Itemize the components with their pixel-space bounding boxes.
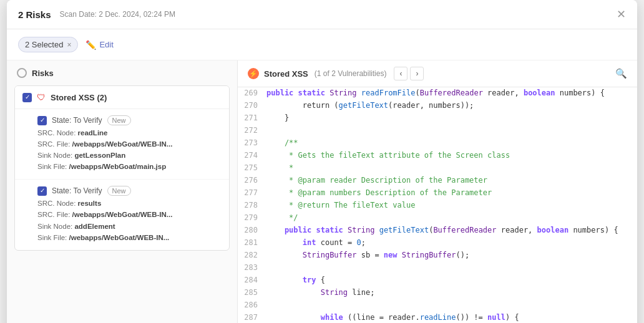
line-code: return (getFileText(reader, numbers));: [266, 100, 474, 112]
code-line: 281 int count = 0;: [238, 237, 637, 249]
line-number: 283: [238, 262, 266, 274]
line-number: 273: [238, 137, 266, 149]
line-code: String line;: [266, 287, 374, 299]
shield-icon: 🛡: [37, 92, 46, 102]
new-badge-2: New: [107, 186, 131, 196]
line-number: 276: [238, 175, 266, 186]
line-code: int count = 0;: [266, 237, 366, 249]
code-line: 285 String line;: [238, 287, 637, 299]
code-view: 269public static String readFromFile(Buf…: [238, 87, 637, 323]
code-line: 284 try {: [238, 274, 637, 287]
modal-title: 2 Risks: [18, 9, 51, 20]
line-number: 286: [238, 299, 266, 311]
code-line: 271 }: [238, 112, 637, 125]
risks-circle-icon: [17, 68, 27, 78]
line-number: 282: [238, 249, 266, 261]
modal: 2 Risks Scan Date: 2 Dec. 2024, 02:24 PM…: [7, 0, 637, 323]
line-number: 270: [238, 100, 266, 112]
remove-selection-icon[interactable]: ×: [67, 41, 71, 49]
code-subtitle: (1 of 2 Vulnerabilities): [315, 69, 387, 78]
new-badge-1: New: [107, 115, 131, 125]
line-number: 285: [238, 287, 266, 299]
risk-detail-sink-node-2: Sink Node: addElement: [37, 221, 220, 231]
risk-item: State: To Verify New SRC. Node: readLine…: [15, 109, 229, 180]
risk-item-header-2: State: To Verify New: [37, 186, 220, 196]
line-code: *: [266, 162, 293, 174]
line-code: }: [266, 112, 289, 124]
panel-header: Risks: [7, 60, 237, 85]
selected-count: 2 Selected: [25, 40, 63, 49]
risk-item-checkbox-2[interactable]: [37, 186, 47, 196]
risk-item-2: State: To Verify New SRC. Node: results …: [15, 180, 229, 249]
risk-detail-sink-file-2: Sink File: /webapps/WebGoat/WEB-IN...: [37, 233, 220, 243]
edit-button[interactable]: ✏️ Edit: [85, 40, 113, 50]
line-number: 277: [238, 187, 266, 199]
line-number: 279: [238, 212, 266, 224]
risk-detail-src-file-1: SRC. File: /webapps/WebGoat/WEB-IN...: [37, 139, 220, 149]
code-line: 286: [238, 299, 637, 312]
nav-next-button[interactable]: ›: [410, 67, 424, 80]
line-number: 275: [238, 162, 266, 174]
risk-detail-src-node-2: SRC. Node: results: [37, 198, 220, 208]
code-line: 282 StringBuffer sb = new StringBuffer()…: [238, 249, 637, 262]
selected-badge[interactable]: 2 Selected ×: [18, 37, 78, 52]
risk-group-checkbox[interactable]: [22, 93, 32, 102]
toolbar: 2 Selected × ✏️ Edit: [7, 29, 637, 60]
left-panel: Risks 🛡 Stored XSS (2) State: To Verify …: [7, 60, 238, 323]
code-title: Stored XSS: [264, 69, 308, 79]
code-line: 274 * Gets the fileText attribute of the…: [238, 150, 637, 162]
line-number: 281: [238, 237, 266, 249]
line-code: * @param numbers Description of the Para…: [266, 187, 492, 199]
modal-header: 2 Risks Scan Date: 2 Dec. 2024, 02:24 PM…: [7, 0, 637, 29]
line-number: 287: [238, 312, 266, 323]
risk-item-state-2: State: To Verify: [52, 186, 102, 195]
code-line: 273 /**: [238, 137, 637, 150]
line-number: 271: [238, 112, 266, 124]
code-nav: ‹ ›: [394, 67, 424, 80]
search-button[interactable]: 🔍: [615, 68, 627, 79]
risk-item-checkbox-1[interactable]: [37, 116, 47, 125]
risk-item-state-1: State: To Verify: [52, 116, 102, 125]
panel-header-title: Risks: [32, 69, 54, 78]
line-number: 278: [238, 200, 266, 211]
line-number: 269: [238, 87, 266, 99]
risk-group-header: 🛡 Stored XSS (2): [15, 86, 229, 109]
line-code: * @param reader Description of the Param…: [266, 175, 487, 186]
code-line: 280 public static String getFileText(Buf…: [238, 224, 637, 237]
main-content: Risks 🛡 Stored XSS (2) State: To Verify …: [7, 60, 637, 323]
edit-label: Edit: [99, 40, 113, 49]
risk-group-stored-xss: 🛡 Stored XSS (2) State: To Verify New SR…: [14, 85, 230, 251]
code-line: 279 */: [238, 212, 637, 224]
nav-prev-button[interactable]: ‹: [394, 67, 407, 80]
line-code: public static String readFromFile(Buffer…: [266, 87, 605, 99]
risk-detail-sink-node-1: Sink Node: getLessonPlan: [37, 150, 220, 160]
code-header: ⚡ Stored XSS (1 of 2 Vulnerabilities) ‹ …: [238, 60, 637, 87]
line-number: 284: [238, 274, 266, 286]
close-button[interactable]: ✕: [617, 9, 626, 20]
scan-date: Scan Date: 2 Dec. 2024, 02:24 PM: [60, 10, 175, 19]
risk-item-header: State: To Verify New: [37, 115, 220, 125]
line-code: while ((line = reader.readLine()) != nul…: [266, 312, 519, 323]
code-line: 272: [238, 125, 637, 137]
line-number: 272: [238, 125, 266, 137]
code-line: 287 while ((line = reader.readLine()) !=…: [238, 312, 637, 323]
risk-detail-sink-file-1: Sink File: /webapps/WebGoat/main.jsp: [37, 162, 220, 171]
code-line: 275 *: [238, 162, 637, 175]
xss-icon: ⚡: [248, 68, 259, 79]
line-code: */: [266, 212, 298, 224]
line-code: try {: [266, 274, 325, 286]
line-code: public static String getFileText(Buffere…: [266, 224, 618, 236]
line-code: StringBuffer sb = new StringBuffer();: [266, 249, 469, 261]
risk-detail-src-node-1: SRC. Node: readLine: [37, 128, 220, 138]
right-panel: ⚡ Stored XSS (1 of 2 Vulnerabilities) ‹ …: [238, 60, 637, 323]
code-line: 276 * @param reader Description of the P…: [238, 175, 637, 187]
code-line: 283: [238, 262, 637, 274]
code-line: 270 return (getFileText(reader, numbers)…: [238, 100, 637, 112]
code-line: 277 * @param numbers Description of the …: [238, 187, 637, 200]
line-number: 280: [238, 224, 266, 236]
line-number: 274: [238, 150, 266, 162]
line-code: * @return The fileText value: [266, 200, 415, 211]
edit-icon: ✏️: [85, 40, 96, 50]
line-code: * Gets the fileText attribute of the Scr…: [266, 150, 510, 162]
risk-detail-src-file-2: SRC. File: /webapps/WebGoat/WEB-IN...: [37, 210, 220, 219]
